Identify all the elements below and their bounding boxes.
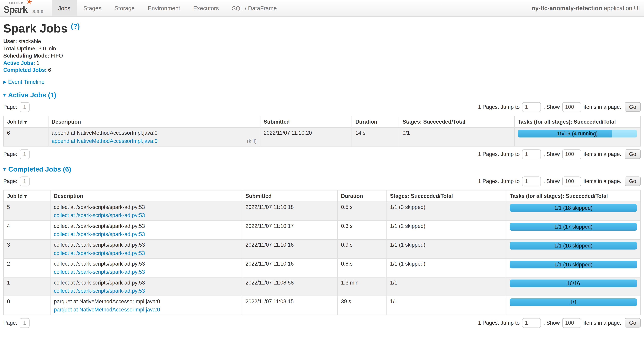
job-description-cell: collect at /spark-scripts/spark-ad.py:53… xyxy=(50,202,242,221)
table-row: 0 parquet at NativeMethodAccessorImpl.ja… xyxy=(4,296,640,315)
progress-label: 1/1 (16 skipped) xyxy=(510,242,637,250)
column-header[interactable]: Description xyxy=(50,190,242,202)
tasks-progress-bar: 1/1 xyxy=(510,299,637,306)
nav-tab[interactable]: Storage xyxy=(108,0,141,16)
page-input[interactable] xyxy=(20,102,30,112)
summary-info-value: 6 xyxy=(48,67,51,73)
page-label: Page: xyxy=(3,178,17,184)
spark-ui-page: APACHE Spark ★ 3.3.0 JobsStagesStorageEn… xyxy=(0,0,644,337)
duration-cell: 39 s xyxy=(338,296,386,315)
summary-info-value: 1 xyxy=(36,60,40,66)
show-items-input[interactable] xyxy=(562,318,581,328)
items-in-page-text: items in a page. xyxy=(584,104,622,110)
go-button[interactable]: Go xyxy=(624,177,641,186)
active-jobs-header[interactable]: ▾ Active Jobs (1) xyxy=(3,91,641,99)
column-header[interactable]: Job Id ▾ xyxy=(4,116,48,127)
progress-label: 15/19 (4 running) xyxy=(518,130,637,137)
summary-info-label: User: xyxy=(3,38,17,44)
job-description-cell: collect at /spark-scripts/spark-ad.py:53… xyxy=(50,277,242,296)
stages-cell: 0/1 xyxy=(399,127,514,146)
table-header-row: Job Id ▾DescriptionSubmittedDurationStag… xyxy=(4,190,640,202)
jump-to-input[interactable] xyxy=(522,102,541,112)
job-id-cell: 4 xyxy=(4,221,50,240)
kill-link[interactable]: (kill) xyxy=(247,138,257,144)
table-row: 5 collect at /spark-scripts/spark-ad.py:… xyxy=(4,202,640,221)
items-in-page-text: items in a page. xyxy=(584,178,622,184)
go-button[interactable]: Go xyxy=(624,102,641,112)
job-description-link[interactable]: collect at /spark-scripts/spark-ad.py:53 xyxy=(54,231,145,237)
summary-info-label: Total Uptime: xyxy=(3,45,37,52)
pages-count-text: 1 Pages. Jump to xyxy=(478,104,520,110)
nav-tab[interactable]: Stages xyxy=(77,0,108,16)
column-header[interactable]: Tasks (for all stages): Succeeded/Total xyxy=(506,190,640,202)
nav-tab-label: Jobs xyxy=(58,5,70,11)
stages-cell: 1/1 xyxy=(386,277,506,296)
page-input[interactable] xyxy=(20,149,30,159)
completed-jobs-table: Job Id ▾DescriptionSubmittedDurationStag… xyxy=(3,190,641,315)
column-header[interactable]: Stages: Succeeded/Total xyxy=(399,116,514,127)
duration-cell: 1.3 min xyxy=(338,277,386,296)
show-text: . Show xyxy=(544,320,560,326)
table-header-row: Job Id ▾DescriptionSubmittedDurationStag… xyxy=(4,116,640,127)
column-header[interactable]: Submitted xyxy=(260,116,352,127)
job-description-link[interactable]: parquet at NativeMethodAccessorImpl.java… xyxy=(54,307,160,313)
show-items-input[interactable] xyxy=(562,149,581,159)
tasks-cell: 16/16 xyxy=(506,277,640,296)
tasks-progress-bar: 1/1 (16 skipped) xyxy=(510,261,637,268)
job-description-cell: collect at /spark-scripts/spark-ad.py:53… xyxy=(50,221,242,240)
pagination-row: Page: 1 Pages. Jump to . Show items in a… xyxy=(3,176,641,186)
go-button[interactable]: Go xyxy=(624,318,641,328)
column-header[interactable]: Tasks (for all stages): Succeeded/Total xyxy=(514,116,640,127)
show-items-input[interactable] xyxy=(562,102,581,112)
show-text: . Show xyxy=(544,178,560,184)
summary-info-label[interactable]: Active Jobs: xyxy=(3,60,35,66)
app-name: ny-tlc-anomaly-detection xyxy=(532,5,602,11)
jump-to-input[interactable] xyxy=(522,176,541,186)
job-description-link[interactable]: collect at /spark-scripts/spark-ad.py:53 xyxy=(54,250,145,256)
job-description-cell: parquet at NativeMethodAccessorImpl.java… xyxy=(50,296,242,315)
nav-tab[interactable]: SQL / DataFrame xyxy=(226,0,283,16)
nav-tab-label: SQL / DataFrame xyxy=(232,5,277,11)
column-header[interactable]: Submitted xyxy=(242,190,338,202)
column-header[interactable]: Duration xyxy=(338,190,386,202)
summary-info-label[interactable]: Completed Jobs: xyxy=(3,67,46,73)
event-timeline-toggle[interactable]: ▶Event Timeline xyxy=(3,79,641,85)
active-jobs-table: Job Id ▾DescriptionSubmittedDurationStag… xyxy=(3,116,641,146)
column-header[interactable]: Job Id ▾ xyxy=(4,190,50,202)
stages-cell: 1/1 xyxy=(386,296,506,315)
job-description-cell: append at NativeMethodAccessorImpl.java:… xyxy=(48,127,260,146)
spark-logo[interactable]: APACHE Spark ★ 3.3.0 xyxy=(0,0,46,16)
duration-cell: 0.8 s xyxy=(338,258,386,277)
job-description-link[interactable]: collect at /spark-scripts/spark-ad.py:53 xyxy=(54,288,145,294)
stages-cell: 1/1 (1 skipped) xyxy=(386,258,506,277)
page-input[interactable] xyxy=(20,318,30,328)
table-row: 4 collect at /spark-scripts/spark-ad.py:… xyxy=(4,221,640,240)
job-description-link[interactable]: append at NativeMethodAccessorImpl.java:… xyxy=(52,138,158,144)
job-description-link[interactable]: collect at /spark-scripts/spark-ad.py:53 xyxy=(54,212,145,218)
pages-count-text: 1 Pages. Jump to xyxy=(478,151,520,157)
summary-info-line: Completed Jobs: 6 xyxy=(3,67,641,73)
page-label: Page: xyxy=(3,104,17,110)
nav-tab-label: Stages xyxy=(84,5,102,11)
jump-to-input[interactable] xyxy=(522,149,541,159)
column-header[interactable]: Description xyxy=(48,116,260,127)
help-link[interactable]: (?) xyxy=(71,22,80,30)
completed-jobs-header[interactable]: ▾ Completed Jobs (6) xyxy=(3,165,641,173)
nav-tab[interactable]: Executors xyxy=(186,0,226,16)
jump-to-input[interactable] xyxy=(522,318,541,328)
job-description-text: collect at /spark-scripts/spark-ad.py:53 xyxy=(54,223,238,229)
page-input[interactable] xyxy=(20,176,30,186)
nav-tab[interactable]: Environment xyxy=(141,0,186,16)
show-items-input[interactable] xyxy=(562,176,581,186)
nav-tab[interactable]: Jobs xyxy=(52,0,77,16)
job-description-text: append at NativeMethodAccessorImpl.java:… xyxy=(52,130,256,136)
column-header[interactable]: Stages: Succeeded/Total xyxy=(386,190,506,202)
job-description-link[interactable]: collect at /spark-scripts/spark-ad.py:53 xyxy=(54,269,145,275)
table-row: 3 collect at /spark-scripts/spark-ad.py:… xyxy=(4,240,640,259)
column-header[interactable]: Duration xyxy=(352,116,399,127)
stages-cell: 1/1 (3 skipped) xyxy=(386,202,506,221)
progress-label: 1/1 (17 skipped) xyxy=(510,223,637,231)
go-button[interactable]: Go xyxy=(624,149,641,159)
duration-cell: 0.5 s xyxy=(338,202,386,221)
nav-tab-label: Environment xyxy=(148,5,180,11)
